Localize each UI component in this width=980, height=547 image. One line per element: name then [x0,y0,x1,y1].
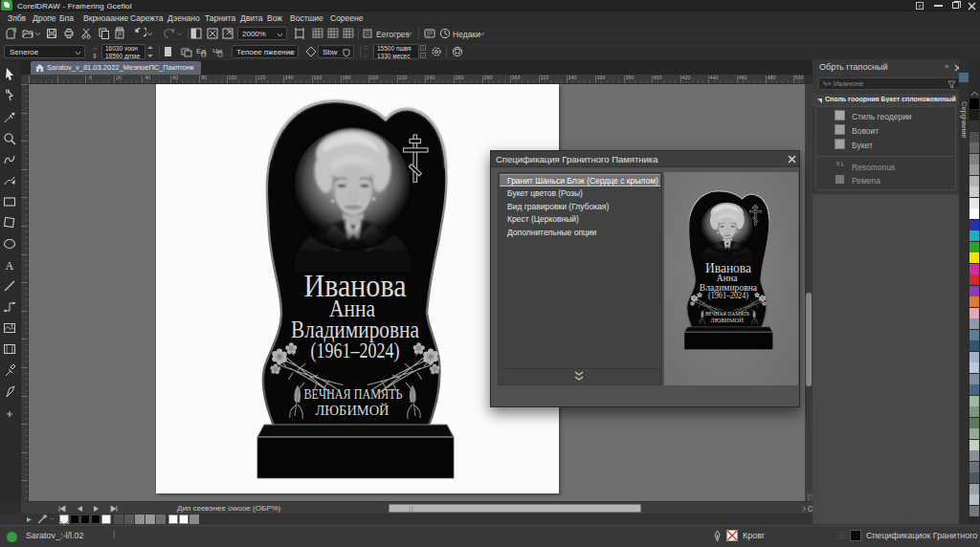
svg-text:Ед: Ед [196,47,206,55]
svg-text:Чи: Чи [212,47,222,55]
svg-text:A: A [6,259,14,273]
